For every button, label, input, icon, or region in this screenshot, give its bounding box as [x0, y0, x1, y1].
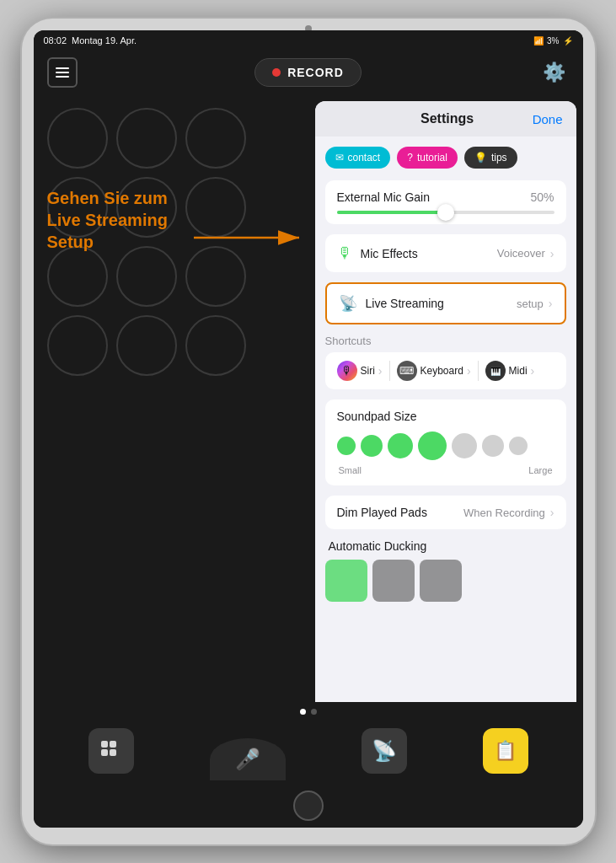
svg-rect-2 [101, 741, 108, 748]
page-indicator [34, 702, 583, 721]
midi-shortcut[interactable]: 🎹 Midi › [485, 361, 535, 381]
status-left: 08:02 Montag 19. Apr. [44, 35, 137, 46]
status-date: Montag 19. Apr. [72, 35, 137, 46]
soundpad-size-section: Soundpad Size Small Large [325, 399, 566, 485]
bottom-dock: 🎤 📡 📋 [34, 721, 583, 784]
soundpad-area: Gehen Sie zum Live Streaming Setup [34, 94, 315, 702]
mic-gain-section: External Mic Gain 50% [325, 180, 566, 224]
size-dot-2[interactable] [361, 435, 383, 457]
soundpad-app-icon [88, 728, 134, 774]
wifi-icon: 📶 [533, 36, 544, 46]
small-label: Small [339, 465, 362, 475]
dock-soundpad[interactable] [88, 728, 134, 774]
mic-effects-row[interactable]: 🎙 Mic Effects Voiceover › [325, 234, 566, 272]
question-icon: ? [407, 152, 413, 163]
broadcast-icon: 📡 [339, 294, 357, 313]
battery-pct: 3% [547, 36, 559, 46]
pad-10[interactable] [47, 315, 108, 376]
pad-8[interactable] [116, 246, 177, 307]
large-label: Large [528, 465, 552, 475]
pad-11[interactable] [116, 315, 177, 376]
gain-slider[interactable] [337, 211, 554, 214]
home-button[interactable] [293, 791, 324, 821]
slider-thumb[interactable] [437, 204, 454, 221]
auto-ducking-label: Automatic Ducking [325, 539, 566, 553]
mail-icon: ✉ [335, 152, 344, 163]
size-dot-3[interactable] [388, 433, 413, 458]
status-right: 📶 3% ⚡ [533, 36, 572, 46]
ipad-frame: 08:02 Montag 19. Apr. 📶 3% ⚡ RECORD ⚙️ [22, 19, 595, 844]
pad-1[interactable] [47, 108, 108, 169]
menu-button[interactable] [47, 57, 78, 88]
soundpad-size-label: Soundpad Size [337, 410, 554, 423]
settings-title: Settings [362, 111, 533, 126]
home-button-area [34, 784, 583, 828]
tutorial-label: tutorial [417, 152, 447, 163]
live-streaming-row[interactable]: 📡 Live Streaming setup › [325, 282, 566, 324]
size-dot-5[interactable] [452, 433, 477, 458]
svg-rect-4 [101, 749, 108, 756]
notes-app-icon: 📋 [483, 728, 528, 774]
siri-label: Siri [361, 365, 375, 377]
record-button[interactable]: RECORD [254, 58, 362, 87]
live-streaming-value: setup [517, 297, 544, 310]
mic-effects-label: Mic Effects [361, 247, 497, 260]
chevron-keyboard: › [467, 364, 471, 378]
contact-button[interactable]: ✉ contact [325, 147, 391, 169]
mic-icon: 🎙 [337, 244, 352, 262]
tutorial-button[interactable]: ? tutorial [397, 147, 458, 169]
pad-7[interactable] [47, 246, 108, 307]
settings-header: Settings Done [315, 101, 576, 137]
size-dot-7[interactable] [509, 437, 528, 455]
pad-3[interactable] [185, 108, 246, 169]
quick-actions: ✉ contact ? tutorial 💡 tips [325, 147, 566, 169]
hamburger-icon [56, 67, 69, 78]
tips-label: tips [491, 152, 507, 163]
siri-shortcut[interactable]: 🎙 Siri › [337, 361, 383, 381]
dock-mic-area: 🎤 [210, 732, 286, 774]
broadcast-app-icon: 📡 [362, 728, 407, 774]
chevron-midi: › [531, 364, 535, 378]
size-dot-4[interactable] [418, 432, 447, 460]
mic-effects-section: 🎙 Mic Effects Voiceover › [325, 234, 566, 272]
size-labels: Small Large [337, 465, 554, 475]
dim-pads-label: Dim Played Pads [337, 506, 464, 519]
keyboard-shortcut[interactable]: ⌨ Keyboard › [397, 361, 471, 381]
annotation-text: Gehen Sie zum Live Streaming Setup [47, 187, 182, 253]
chevron-dim: › [550, 506, 554, 519]
size-dot-1[interactable] [337, 437, 356, 455]
chevron-siri: › [378, 364, 383, 378]
divider-1 [389, 361, 390, 381]
pad-row-1 [47, 108, 302, 169]
keyboard-label: Keyboard [420, 365, 463, 377]
status-bar: 08:02 Montag 19. Apr. 📶 3% ⚡ [34, 30, 583, 51]
mic-dock-button[interactable]: 🎤 [210, 738, 286, 780]
dim-pads-section: Dim Played Pads When Recording › [325, 496, 566, 529]
pad-2[interactable] [116, 108, 177, 169]
gain-header: External Mic Gain 50% [337, 190, 554, 204]
svg-rect-3 [110, 741, 116, 748]
live-streaming-label: Live Streaming [366, 297, 517, 310]
slider-fill [337, 211, 446, 214]
page-dot-1 [300, 709, 306, 715]
pad-row-4 [47, 315, 302, 376]
broadcast-app-glyph: 📡 [372, 739, 397, 763]
annotation-arrow [194, 221, 312, 258]
tips-button[interactable]: 💡 tips [464, 147, 517, 169]
dock-broadcast[interactable]: 📡 [362, 728, 407, 774]
keyboard-icon: ⌨ [397, 361, 417, 381]
midi-icon: 🎹 [485, 361, 506, 381]
size-dots [337, 432, 554, 460]
dock-notes[interactable]: 📋 [483, 728, 528, 774]
midi-label: Midi [509, 365, 528, 377]
settings-panel: Settings Done ✉ contact ? tutorial [315, 101, 576, 702]
chevron-icon-2: › [549, 297, 553, 310]
mic-effects-value: Voiceover [497, 247, 545, 260]
dim-pads-row[interactable]: Dim Played Pads When Recording › [325, 496, 566, 529]
done-button[interactable]: Done [533, 112, 563, 126]
pad-12[interactable] [185, 315, 246, 376]
notes-icon: 📋 [494, 740, 517, 762]
settings-gear-button[interactable]: ⚙️ [538, 57, 569, 88]
ducking-preview [325, 560, 566, 602]
size-dot-6[interactable] [482, 435, 504, 457]
